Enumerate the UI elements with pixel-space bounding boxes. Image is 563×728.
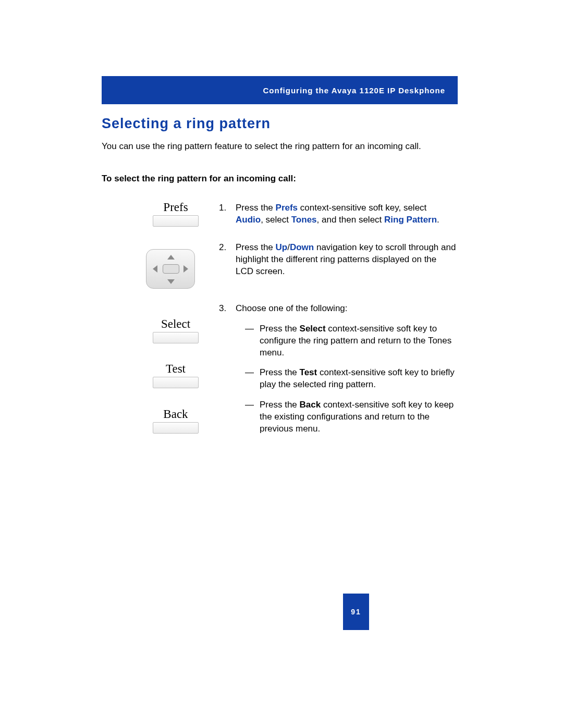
keyword-ring-pattern: Ring Pattern — [384, 215, 437, 225]
procedure-heading: To select the ring pattern for an incomi… — [102, 174, 296, 184]
text: Press the — [260, 367, 300, 377]
step-1-body: Press the Prefs context-sensitive soft k… — [236, 202, 456, 226]
dash-icon: — — [245, 323, 260, 359]
section-title: Selecting a ring pattern — [102, 116, 271, 132]
keyword-audio: Audio — [236, 215, 261, 225]
step-3-body: Choose one of the following: — Press the… — [236, 303, 456, 443]
text: Press the — [236, 203, 276, 213]
keyword-prefs: Prefs — [276, 203, 298, 213]
header-band: Configuring the Avaya 1120E IP Deskphone — [102, 76, 458, 104]
keyword-down: Down — [290, 242, 314, 252]
softkey-button-icon — [153, 215, 199, 227]
text: Press the — [260, 324, 300, 334]
step-1: 1. Press the Prefs context-sensitive sof… — [219, 202, 456, 226]
left-arrow-icon — [153, 265, 157, 273]
down-arrow-icon — [167, 279, 175, 284]
sub-a: — Press the Select context-sensitive sof… — [245, 323, 456, 359]
nav-pad-icon — [146, 249, 195, 289]
sub-c-body: Press the Back context-sensitive soft ke… — [260, 399, 456, 435]
softkey-select: Select — [142, 317, 210, 343]
softkey-prefs: Prefs — [142, 201, 210, 227]
text: Press the — [260, 400, 300, 410]
text: . — [437, 215, 439, 225]
text: , select — [261, 215, 291, 225]
up-arrow-icon — [167, 255, 175, 260]
softkey-button-icon — [153, 422, 199, 434]
softkey-select-label: Select — [142, 317, 210, 331]
intro-paragraph: You can use the ring pattern feature to … — [102, 141, 456, 153]
step-2: 2. Press the Up/Down navigation key to s… — [219, 242, 456, 278]
steps-list: 1. Press the Prefs context-sensitive sof… — [219, 202, 456, 459]
page-number: 91 — [351, 608, 361, 616]
text: Press the — [236, 242, 276, 252]
softkey-test: Test — [142, 362, 210, 388]
sub-b-body: Press the Test context-sensitive soft ke… — [260, 367, 456, 391]
dash-icon: — — [245, 367, 260, 391]
softkey-button-icon — [153, 377, 199, 388]
keyword-up: Up — [276, 242, 288, 252]
text: context-sensitive soft key, select — [298, 203, 426, 213]
manual-page: Configuring the Avaya 1120E IP Deskphone… — [0, 0, 563, 728]
softkey-test-label: Test — [142, 362, 210, 376]
header-text: Configuring the Avaya 1120E IP Deskphone — [263, 86, 445, 95]
softkey-back: Back — [142, 408, 210, 434]
softkey-prefs-label: Prefs — [142, 201, 210, 214]
step-3-number: 3. — [219, 303, 236, 443]
keyword-select: Select — [300, 324, 326, 334]
sub-b: — Press the Test context-sensitive soft … — [245, 367, 456, 391]
step-3-lead: Choose one of the following: — [236, 303, 348, 313]
softkey-back-label: Back — [142, 408, 210, 421]
sub-a-body: Press the Select context-sensitive soft … — [260, 323, 456, 359]
step-2-number: 2. — [219, 242, 236, 278]
step-1-number: 1. — [219, 202, 236, 226]
page-number-box: 91 — [343, 594, 369, 630]
step-3-sublist: — Press the Select context-sensitive sof… — [236, 323, 456, 436]
keyword-test: Test — [300, 367, 317, 377]
step-3: 3. Choose one of the following: — Press … — [219, 303, 456, 443]
dash-icon: — — [245, 399, 260, 435]
right-arrow-icon — [183, 265, 188, 273]
center-button-icon — [163, 264, 179, 274]
keyword-back: Back — [300, 400, 321, 410]
text: , and then select — [317, 215, 384, 225]
keyword-tones: Tones — [291, 215, 317, 225]
softkey-button-icon — [153, 332, 199, 343]
sub-c: — Press the Back context-sensitive soft … — [245, 399, 456, 435]
step-2-body: Press the Up/Down navigation key to scro… — [236, 242, 456, 278]
